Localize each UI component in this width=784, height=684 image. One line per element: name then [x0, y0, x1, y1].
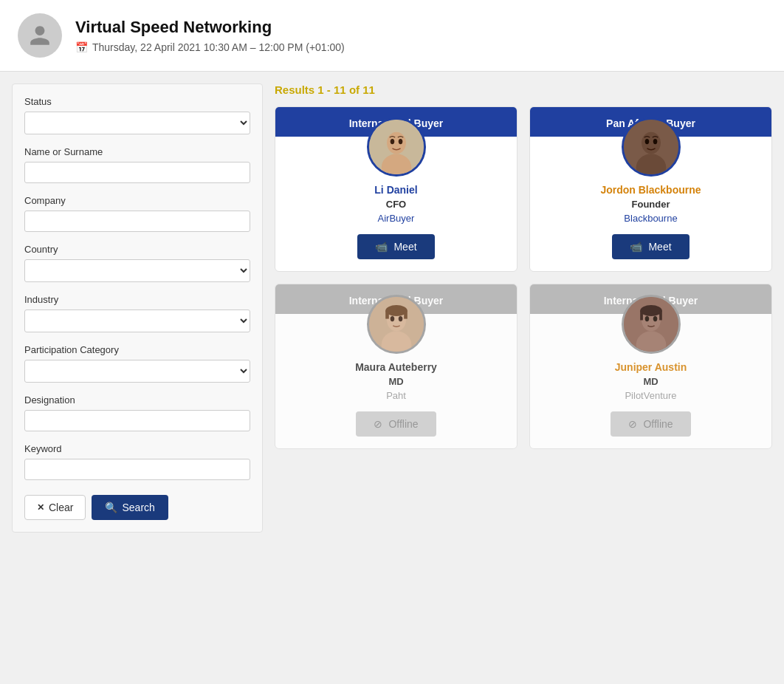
svg-point-13	[390, 316, 394, 321]
svg-point-23	[640, 305, 662, 316]
card-4-avatar-wrapper	[542, 295, 760, 354]
event-date-text: Thursday, 22 April 2021 10:30 AM – 12:00…	[92, 41, 345, 53]
avatar-face-1	[369, 117, 424, 177]
filter-group-keyword: Keyword	[24, 443, 250, 480]
filter-group-status: Status	[24, 96, 250, 134]
card-4-avatar	[622, 295, 681, 354]
card-3-name: Maura Auteberry	[287, 361, 505, 373]
filter-label-country: Country	[24, 244, 250, 255]
svg-rect-24	[640, 311, 643, 321]
svg-point-4	[398, 139, 402, 144]
filter-actions: ✕ Clear 🔍 Search	[24, 495, 250, 520]
filter-select-industry[interactable]	[24, 309, 250, 332]
card-1-body: Li Daniel CFO AirBuyer 📹 Meet	[275, 137, 517, 271]
card-3: International Buyer	[275, 284, 517, 449]
filter-group-name: Name or Surname	[24, 146, 250, 183]
search-label: Search	[122, 502, 154, 513]
filter-sidebar: Status Name or Surname Company Country	[12, 83, 263, 533]
card-2-role: Founder	[542, 199, 760, 210]
avatar-face-4	[624, 295, 678, 354]
filter-group-industry: Industry	[24, 294, 250, 332]
card-3-offline-button: ⊘ Offline	[356, 411, 436, 437]
offline-icon-3: ⊘	[374, 418, 382, 430]
card-1-name: Li Daniel	[287, 184, 505, 196]
avatar-face-3	[369, 295, 424, 354]
filter-label-participation: Participation Category	[24, 344, 250, 355]
svg-point-1	[387, 132, 406, 154]
search-icon: 🔍	[105, 502, 117, 513]
filter-group-company: Company	[24, 195, 250, 232]
svg-point-22	[653, 316, 657, 321]
card-2-meet-label: Meet	[648, 241, 671, 253]
card-1: International Buyer	[275, 106, 517, 272]
results-area: Results 1 - 11 of 11 International Buyer	[263, 83, 772, 449]
main-layout: Status Name or Surname Company Country	[0, 72, 784, 544]
card-2-meet-button[interactable]: 📹 Meet	[612, 234, 689, 259]
video-icon-1: 📹	[375, 241, 388, 253]
filter-select-status[interactable]	[24, 112, 250, 134]
card-3-body: Maura Auteberry MD Paht ⊘ Offline	[275, 314, 517, 448]
card-4-role: MD	[542, 376, 760, 387]
card-2-avatar-wrapper	[542, 117, 760, 177]
card-4-offline-button: ⊘ Offline	[611, 411, 690, 437]
filter-label-industry: Industry	[24, 294, 250, 305]
filter-label-name: Name or Surname	[24, 146, 250, 157]
svg-point-8	[644, 139, 649, 144]
search-button[interactable]: 🔍 Search	[92, 495, 168, 520]
card-4: International Buyer	[529, 284, 772, 449]
event-date: 📅 Thursday, 22 April 2021 10:30 AM – 12:…	[75, 41, 345, 53]
card-2-body: Jordon Blackbourne Founder Blackbourne 📹…	[530, 137, 771, 271]
calendar-icon: 📅	[75, 41, 88, 53]
svg-point-3	[390, 139, 394, 144]
card-2-avatar	[622, 117, 681, 177]
card-4-offline-label: Offline	[643, 418, 673, 430]
filter-label-status: Status	[24, 96, 250, 107]
filter-input-name[interactable]	[24, 162, 250, 183]
filter-input-designation[interactable]	[24, 410, 250, 431]
card-3-offline-label: Offline	[388, 418, 418, 430]
svg-rect-16	[385, 311, 389, 319]
card-1-avatar	[367, 117, 426, 177]
card-1-meet-label: Meet	[393, 241, 416, 253]
card-1-role: CFO	[287, 199, 505, 210]
event-avatar	[18, 13, 62, 58]
event-info: Virtual Speed Networking 📅 Thursday, 22 …	[75, 18, 345, 53]
filter-group-country: Country	[24, 244, 250, 282]
card-3-role: MD	[287, 376, 505, 387]
filter-label-designation: Designation	[24, 394, 250, 406]
filter-select-country[interactable]	[24, 259, 250, 282]
svg-point-9	[653, 139, 657, 144]
svg-point-6	[642, 132, 661, 154]
event-header: Virtual Speed Networking 📅 Thursday, 22 …	[0, 0, 784, 72]
page-wrapper: Virtual Speed Networking 📅 Thursday, 22 …	[0, 0, 784, 684]
event-title: Virtual Speed Networking	[75, 18, 345, 37]
filter-group-designation: Designation	[24, 394, 250, 431]
offline-icon-4: ⊘	[628, 418, 637, 430]
card-2: Pan African Buyer	[529, 106, 772, 272]
svg-point-21	[644, 316, 649, 321]
person-icon	[28, 24, 52, 47]
clear-button[interactable]: ✕ Clear	[24, 495, 86, 520]
video-icon-2: 📹	[630, 241, 642, 253]
card-3-avatar-wrapper	[287, 295, 505, 354]
filter-group-participation: Participation Category	[24, 344, 250, 383]
card-3-avatar	[367, 295, 426, 354]
card-2-name: Jordon Blackbourne	[542, 184, 760, 196]
results-summary: Results 1 - 11 of 11	[275, 83, 772, 96]
card-1-avatar-wrapper	[287, 117, 505, 177]
card-1-company: AirBuyer	[287, 213, 505, 224]
filter-input-keyword[interactable]	[24, 459, 250, 480]
svg-point-14	[398, 316, 402, 321]
card-4-name: Juniper Austin	[542, 361, 760, 373]
card-4-company: PilotVenture	[542, 390, 760, 401]
svg-rect-25	[659, 311, 662, 321]
card-1-meet-button[interactable]: 📹 Meet	[357, 234, 434, 259]
avatar-face-2	[624, 117, 678, 177]
filter-label-keyword: Keyword	[24, 443, 250, 454]
clear-label: Clear	[49, 502, 73, 513]
filter-select-participation[interactable]	[24, 360, 250, 383]
filter-input-company[interactable]	[24, 211, 250, 232]
card-4-body: Juniper Austin MD PilotVenture ⊘ Offline	[530, 314, 771, 448]
filter-label-company: Company	[24, 195, 250, 206]
close-icon: ✕	[37, 502, 44, 513]
